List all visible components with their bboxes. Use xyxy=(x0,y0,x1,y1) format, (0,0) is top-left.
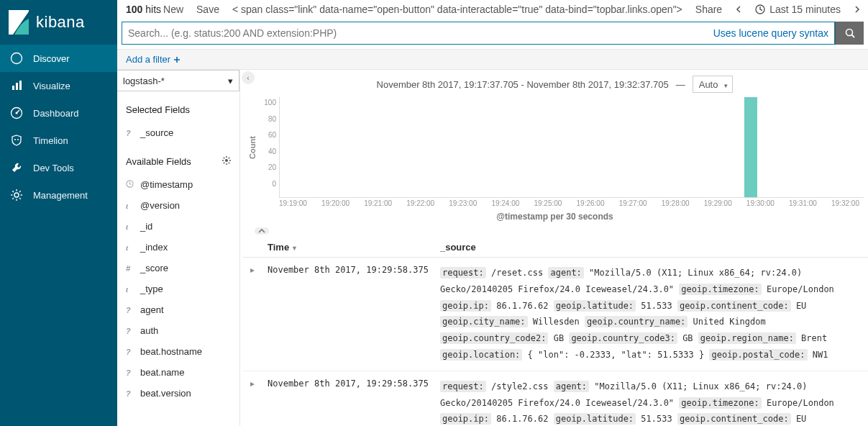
x-tick: 19:22:00 xyxy=(406,199,434,207)
field-type-icon: ? xyxy=(126,348,133,356)
field-item[interactable]: ?auth xyxy=(117,320,239,341)
selected-fields-header: Selected Fields xyxy=(117,91,239,122)
svg-line-15 xyxy=(12,198,14,199)
x-tick: 19:23:00 xyxy=(449,199,477,207)
svg-line-25 xyxy=(224,158,224,158)
add-filter-button[interactable]: Add a filter xyxy=(126,54,181,65)
x-tick: 19:29:00 xyxy=(704,199,732,207)
x-tick: 19:31:00 xyxy=(789,199,817,207)
field-item[interactable]: t_index xyxy=(117,237,239,258)
field-key: request: xyxy=(440,381,486,392)
sidebar-item-label: Dashboard xyxy=(33,108,79,119)
column-header-time[interactable]: Time▼ xyxy=(262,237,434,258)
field-key: geoip.timezone: xyxy=(679,284,761,295)
svg-point-7 xyxy=(17,139,19,140)
time-next-button[interactable] xyxy=(854,4,861,15)
time-prev-button[interactable] xyxy=(735,4,742,15)
x-tick: 19:19:00 xyxy=(279,199,307,207)
clock-icon xyxy=(126,180,133,189)
plus-icon xyxy=(173,56,181,63)
gear-icon[interactable] xyxy=(222,156,231,167)
sidebar-item-label: Visualize xyxy=(33,81,70,91)
field-key: geoip.latitude: xyxy=(554,413,636,425)
field-name: @version xyxy=(140,200,180,211)
field-name: _type xyxy=(140,284,163,294)
search-input[interactable] xyxy=(128,27,706,39)
field-name: _source xyxy=(140,127,173,138)
y-tick: 40 xyxy=(268,148,276,155)
sidebar-item-discover[interactable]: Discover xyxy=(0,45,117,72)
field-item[interactable]: #_score xyxy=(117,258,239,278)
expand-row-button[interactable]: ▸ xyxy=(243,371,262,426)
field-name: _score xyxy=(140,263,168,273)
expand-row-button[interactable]: ▸ xyxy=(243,258,262,371)
interval-select[interactable]: Auto ▾ xyxy=(693,76,734,93)
svg-rect-2 xyxy=(16,83,18,90)
field-name: @timestamp xyxy=(140,179,193,190)
field-key: geoip.city_name: xyxy=(440,316,528,327)
logo[interactable]: kibana xyxy=(0,0,117,45)
x-tick: 19:21:00 xyxy=(364,199,392,207)
histogram-bar[interactable] xyxy=(744,97,757,197)
x-tick: 19:20:00 xyxy=(321,199,350,207)
lucene-syntax-link[interactable]: Uses lucene query syntax xyxy=(713,27,828,39)
field-type-icon: # xyxy=(126,264,133,273)
search-box[interactable]: Uses lucene query syntax xyxy=(122,22,835,45)
field-key: geoip.region_name: xyxy=(698,332,796,344)
field-item[interactable]: @timestamp xyxy=(117,174,239,195)
index-pattern-select[interactable]: logstash-* ▾ xyxy=(117,70,239,91)
save-button[interactable]: Save xyxy=(196,4,219,15)
sidebar-item-management[interactable]: Management xyxy=(0,181,117,209)
filter-bar: Add a filter xyxy=(117,49,868,70)
field-item[interactable]: ?beat.hostname xyxy=(117,341,239,362)
sidebar-item-dev-tools[interactable]: Dev Tools xyxy=(0,154,117,181)
collapse-chart-left-button[interactable]: ‹ xyxy=(242,71,255,84)
share-button[interactable]: Share xyxy=(695,4,722,15)
search-button[interactable] xyxy=(835,22,864,45)
row-time: November 8th 2017, 19:29:58.375 xyxy=(262,258,434,371)
field-name: _index xyxy=(140,242,168,253)
chart-plot-area[interactable] xyxy=(279,97,864,198)
field-item[interactable]: t_id xyxy=(117,216,239,237)
sidebar: kibana DiscoverVisualizeDashboardTimelio… xyxy=(0,0,117,426)
field-item[interactable]: ?agent xyxy=(117,299,239,320)
row-time: November 8th 2017, 19:29:58.375 xyxy=(262,371,434,426)
column-header-source[interactable]: _source xyxy=(434,237,868,258)
field-item[interactable]: t_type xyxy=(117,278,239,299)
field-key: geoip.timezone: xyxy=(679,397,761,409)
gear-icon xyxy=(10,189,23,201)
field-type-icon: ? xyxy=(126,327,133,335)
sidebar-item-timelion[interactable]: Timelion xyxy=(0,127,117,154)
field-key: request: xyxy=(440,267,486,278)
x-tick: 19:24:00 xyxy=(491,199,519,207)
field-item[interactable]: ?_source xyxy=(117,122,239,143)
field-value: GB xyxy=(554,333,564,343)
svg-line-27 xyxy=(224,163,224,163)
field-value: Willesden xyxy=(533,317,580,327)
time-range-picker[interactable]: Last 15 minutes xyxy=(755,4,841,15)
field-type-icon: t xyxy=(126,222,133,231)
field-item[interactable]: ?beat.version xyxy=(117,383,239,404)
y-tick: 60 xyxy=(268,131,276,139)
histogram: ‹ November 8th 2017, 19:17:37.705 - Nove… xyxy=(243,70,868,225)
fields-pane: logstash-* ▾ Selected Fields ?_source Av… xyxy=(117,70,240,426)
field-name: beat.version xyxy=(140,388,191,399)
field-value: Europe/London xyxy=(767,398,834,408)
field-key: geoip.country_code3: xyxy=(569,332,677,344)
field-item[interactable]: ?beat.name xyxy=(117,362,239,383)
brand-text: kibana xyxy=(36,13,85,32)
svg-line-14 xyxy=(19,198,21,199)
field-value: Brent xyxy=(801,333,827,343)
svg-line-26 xyxy=(229,163,229,163)
sidebar-item-label: Dev Tools xyxy=(33,163,74,173)
chevron-up-icon xyxy=(258,227,265,235)
svg-point-0 xyxy=(12,53,22,64)
new-button[interactable]: New xyxy=(163,4,183,15)
field-item[interactable]: t@version xyxy=(117,195,239,216)
collapse-chart-button[interactable] xyxy=(255,227,269,235)
sidebar-item-visualize[interactable]: Visualize xyxy=(0,72,117,99)
chart-time-range: November 8th 2017, 19:17:37.705 - Novemb… xyxy=(377,79,669,90)
documents-table: Time▼ _source ▸November 8th 2017, 19:29:… xyxy=(243,237,868,426)
chevron-down-icon: ▾ xyxy=(724,82,728,89)
sidebar-item-dashboard[interactable]: Dashboard xyxy=(0,99,117,127)
